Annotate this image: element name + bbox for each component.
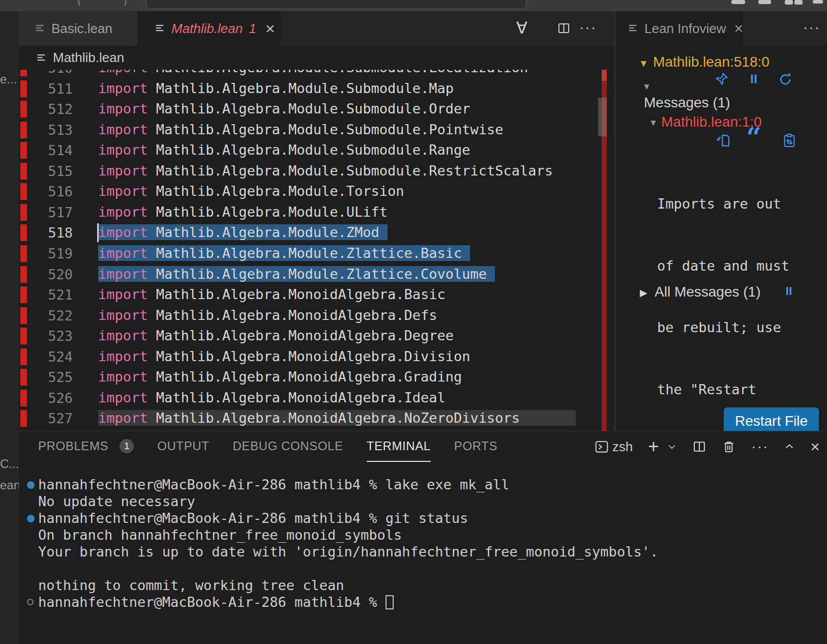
keyword-import: import: [98, 245, 148, 261]
code-line-521[interactable]: 521import Mathlib.Algebra.MonoidAlgebra.…: [19, 284, 614, 305]
kill-terminal-trash-icon[interactable]: [722, 440, 736, 454]
code-line-520[interactable]: 520import Mathlib.Algebra.Module.Zlattic…: [19, 264, 614, 285]
tab-mathlib-lean[interactable]: Mathlib.lean 1 ×: [137, 11, 281, 46]
scrollbar-thumb[interactable]: [598, 98, 607, 136]
code-line-512[interactable]: 512import Mathlib.Algebra.Module.Submodu…: [19, 99, 614, 120]
code-line-516[interactable]: 516import Mathlib.Algebra.Module.Torsion: [19, 181, 614, 202]
more-actions-icon[interactable]: ···: [751, 438, 769, 455]
bottom-panel: PROBLEMS1OUTPUTDEBUG CONSOLETERMINALPORT…: [19, 431, 827, 644]
prompt-decoration-icon[interactable]: [27, 599, 34, 605]
code-line-514[interactable]: 514import Mathlib.Algebra.Module.Submodu…: [19, 140, 614, 161]
problems-count-badge: 1: [120, 439, 134, 453]
error-gutter-mark: [20, 245, 27, 262]
lean-infoview-toggle-icon[interactable]: ∀: [516, 18, 527, 38]
terminal-line: hannahfechtner@MacBook-Air-286 mathlib4 …: [19, 594, 827, 611]
code-line-518[interactable]: 518import Mathlib.Algebra.Module.ZMod: [19, 222, 614, 243]
close-panel-icon[interactable]: ×: [810, 437, 820, 456]
keyword-import: import: [98, 204, 148, 220]
expand-triangle-icon[interactable]: ▶: [640, 287, 647, 299]
nav-back-icon[interactable]: ⟨: [77, 0, 81, 7]
nav-forward-icon[interactable]: ⟩: [124, 0, 127, 7]
command-decoration-icon[interactable]: [27, 481, 35, 489]
error-gutter-mark: [20, 122, 27, 138]
quote-message-icon[interactable]: “: [746, 124, 761, 151]
refresh-icon[interactable]: [778, 71, 793, 86]
panel-tab-terminal[interactable]: TERMINAL: [367, 431, 431, 462]
code-line-526[interactable]: 526import Mathlib.Algebra.MonoidAlgebra.…: [19, 388, 614, 408]
file-lines-icon: [627, 23, 638, 34]
maximize-panel-chevron-icon[interactable]: [784, 441, 795, 452]
copy-all-clipboard-icon[interactable]: [781, 132, 798, 149]
code-line-text: import Mathlib.Algebra.Module.Submodule.…: [98, 142, 470, 158]
all-messages-label[interactable]: All Messages (1): [655, 284, 761, 300]
sidebar-item-truncated-1[interactable]: e...: [0, 72, 17, 86]
code-line-513[interactable]: 513import Mathlib.Algebra.Module.Submodu…: [19, 120, 614, 140]
command-center-searchbox[interactable]: [146, 0, 526, 9]
command-decoration-icon[interactable]: [27, 515, 35, 522]
code-line-510[interactable]: 510import Mathlib.Algebra.Module.Submodu…: [19, 70, 614, 78]
panel-tab-debug-console[interactable]: DEBUG CONSOLE: [232, 431, 343, 462]
split-editor-icon[interactable]: [557, 21, 571, 35]
sidebar-sliver[interactable]: e... C... ean: [0, 11, 19, 644]
copy-to-comment-icon[interactable]: [716, 132, 732, 149]
terminal-shell-item[interactable]: zsh: [594, 439, 633, 455]
pin-icon[interactable]: [714, 71, 729, 86]
code-line-text: import Mathlib.Algebra.Module.Submodule.…: [98, 163, 553, 179]
tab-basic-lean[interactable]: Basic.lean: [19, 11, 137, 46]
code-line-527[interactable]: 527import Mathlib.Algebra.MonoidAlgebra.…: [19, 408, 614, 429]
code-line-522[interactable]: 522import Mathlib.Algebra.MonoidAlgebra.…: [19, 305, 614, 326]
pause-all-messages-icon[interactable]: [783, 285, 795, 297]
module-path: Mathlib.Algebra.Module.Zlattice.Basic: [156, 245, 462, 261]
keyword-import: import: [98, 183, 148, 199]
messages-label[interactable]: Messages (1): [644, 95, 730, 111]
code-line-text: import Mathlib.Algebra.Module.ZMod: [98, 224, 388, 240]
layout-split-icon[interactable]: [785, 0, 793, 5]
split-terminal-icon[interactable]: [692, 440, 706, 454]
error-gutter-mark: [20, 163, 27, 180]
collapse-triangle-icon[interactable]: ▼: [642, 82, 651, 92]
code-line-511[interactable]: 511import Mathlib.Algebra.Module.Submodu…: [19, 78, 614, 99]
breadcrumb[interactable]: Mathlib.lean: [19, 46, 614, 70]
collapse-triangle-icon[interactable]: ▼: [639, 58, 648, 69]
pause-updating-icon[interactable]: [747, 72, 760, 85]
close-icon[interactable]: ×: [734, 21, 743, 36]
line-number: 511: [37, 81, 73, 97]
more-actions-icon[interactable]: ···: [803, 19, 820, 36]
code-line-525[interactable]: 525import Mathlib.Algebra.MonoidAlgebra.…: [19, 367, 614, 388]
more-actions-icon[interactable]: ···: [579, 19, 597, 36]
keyword-import: import: [98, 122, 148, 137]
error-gutter-mark: [20, 390, 27, 406]
close-icon[interactable]: ×: [265, 20, 275, 37]
code-line-text: import Mathlib.Algebra.MonoidAlgebra.Deg…: [98, 328, 454, 343]
code-line-515[interactable]: 515import Mathlib.Algebra.Module.Submodu…: [19, 161, 614, 182]
breadcrumb-file[interactable]: Mathlib.lean: [53, 50, 124, 66]
chevron-down-icon[interactable]: [667, 442, 677, 452]
text-cursor: [97, 223, 99, 242]
code-line-523[interactable]: 523import Mathlib.Algebra.MonoidAlgebra.…: [19, 326, 614, 346]
line-number: 521: [37, 287, 73, 303]
code-editor[interactable]: 510import Mathlib.Algebra.Module.Submodu…: [19, 70, 614, 431]
sidebar-item-truncated-2[interactable]: C...: [0, 457, 19, 471]
code-line-517[interactable]: 517import Mathlib.Algebra.Module.ULift: [19, 202, 614, 223]
customize-layout-icon[interactable]: [813, 0, 823, 4]
toggle-sidebar-icon[interactable]: [758, 0, 771, 4]
keyword-import: import: [98, 70, 148, 75]
code-line-524[interactable]: 524import Mathlib.Algebra.MonoidAlgebra.…: [19, 346, 614, 367]
keyword-import: import: [98, 163, 148, 179]
collapse-triangle-icon[interactable]: ▼: [649, 118, 658, 128]
tab-lean-infoview[interactable]: Lean Infoview ×: [616, 11, 743, 46]
code-line-519[interactable]: 519import Mathlib.Algebra.Module.Zlattic…: [19, 243, 614, 264]
toggle-panel-icon[interactable]: [731, 0, 745, 4]
panel-tab-output[interactable]: OUTPUT: [157, 431, 209, 462]
code-line-text: import Mathlib.Algebra.MonoidAlgebra.Bas…: [98, 286, 446, 302]
error-gutter-mark: [20, 410, 27, 427]
module-path: Mathlib.Algebra.Module.ZMod: [156, 224, 379, 240]
sidebar-item-truncated-3[interactable]: ean: [0, 478, 19, 492]
new-terminal-icon[interactable]: +: [648, 436, 659, 457]
panel-tab-problems[interactable]: PROBLEMS1: [38, 431, 134, 462]
panel-tab-ports[interactable]: PORTS: [454, 431, 497, 462]
error-gutter-mark: [20, 307, 27, 324]
shell-label: zsh: [612, 439, 633, 455]
layout-split-icon-2[interactable]: [794, 0, 803, 5]
infoview-position-header[interactable]: Mathlib.lean:518:0: [653, 54, 770, 70]
